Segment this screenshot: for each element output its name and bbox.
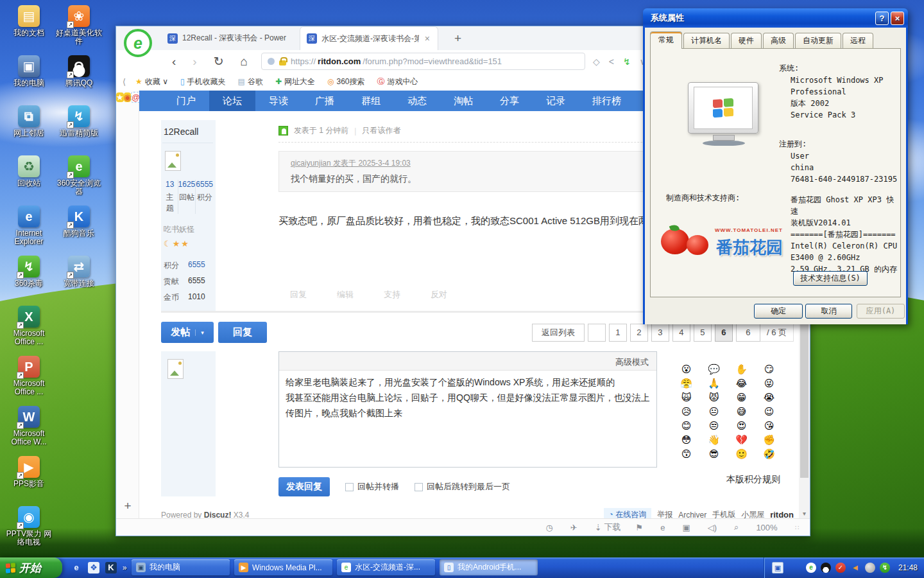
side-panel-icon[interactable]: ◉: [124, 92, 131, 102]
post-action-link[interactable]: 支持: [384, 289, 400, 301]
reply-textarea[interactable]: 给家里老电脑装起来了，用光盘安装了个盗版的Windows XP系统，用起来还挺顺…: [279, 371, 656, 467]
checkbox-broadcast[interactable]: 回帖并转播: [345, 481, 399, 493]
support-info-button[interactable]: 技术支持信息(S): [793, 271, 868, 286]
desktop-icon[interactable]: P↗ Microsoft Office ...: [4, 355, 54, 405]
back-button[interactable]: ‹: [164, 55, 184, 69]
smiley-icon[interactable]: 🙂: [728, 448, 755, 460]
footer-link[interactable]: Archiver: [678, 511, 706, 519]
smiley-icon[interactable]: 💬: [700, 363, 728, 375]
desktop-icon[interactable]: e↗ Internet Explorer: [4, 204, 54, 254]
bookmark-item[interactable]: ▯手机收藏夹: [180, 76, 226, 87]
dialog-title-bar[interactable]: 系统属性 ? ×: [643, 8, 908, 28]
status-bar-icon[interactable]: ◁): [708, 521, 719, 533]
smiley-icon[interactable]: 😳: [672, 434, 700, 446]
browser-tab[interactable]: 深 12Recall - 深夜读书会 - Power: [161, 26, 300, 50]
forum-nav-item[interactable]: 导读: [255, 91, 302, 111]
collapse-sidebar-icon[interactable]: ⟨: [123, 77, 126, 87]
page-number-button[interactable]: 6: [715, 324, 733, 342]
bookmark-item[interactable]: ◎360搜索: [327, 76, 365, 87]
desktop-icon[interactable]: K↗ 酷狗音乐: [54, 204, 104, 254]
new-tab-button[interactable]: +: [447, 26, 469, 50]
only-author-link[interactable]: 只看该作者: [362, 125, 400, 136]
page-number-button[interactable]: 3: [651, 324, 669, 342]
footer-link[interactable]: 举报: [657, 509, 672, 518]
browser-logo-icon[interactable]: e: [124, 29, 152, 57]
new-post-button[interactable]: 发帖▾: [161, 322, 214, 343]
forum-nav-item[interactable]: 动态: [394, 91, 440, 111]
caret-down-icon[interactable]: ▾: [195, 329, 204, 336]
status-bar-icon[interactable]: e: [660, 521, 667, 533]
forum-nav-item[interactable]: 淘帖: [440, 91, 486, 111]
taskbar-task-button[interactable]: ▣ 我的电脑: [132, 559, 230, 575]
post-action-link[interactable]: 编辑: [337, 289, 354, 301]
footer-link[interactable]: ritdon: [770, 510, 794, 518]
dialog-tab[interactable]: 计算机名: [683, 33, 730, 49]
checkbox-icon[interactable]: [345, 483, 354, 491]
side-panel-add-icon[interactable]: +: [116, 499, 139, 513]
back-to-list-button[interactable]: 返回列表: [532, 324, 585, 342]
dialog-tab[interactable]: 硬件: [731, 33, 762, 49]
page-number-button[interactable]: 2: [630, 324, 648, 342]
desktop-icon[interactable]: ◉↗ PPTV聚力 网络电视: [4, 505, 54, 555]
smiley-icon[interactable]: 😏: [755, 363, 783, 375]
desktop-icon[interactable]: ▤↗ 我的文档: [4, 4, 54, 54]
smiley-icon[interactable]: 😘: [755, 419, 783, 432]
desktop-icon[interactable]: ▣↗ 我的电脑: [4, 54, 54, 104]
forum-nav-item[interactable]: 排行榜: [579, 91, 635, 111]
desktop-icon[interactable]: ❀↗ 好桌道美化软件: [54, 4, 104, 54]
checkbox-jump-last[interactable]: 回帖后跳转到最后一页: [415, 481, 510, 493]
author-stat[interactable]: 13 主题: [162, 180, 178, 214]
taskbar-task-button[interactable]: ▯ 我的Android手机...: [440, 559, 538, 575]
field-value[interactable]: 6555: [188, 276, 205, 287]
desktop-icon[interactable]: ♻↗ 回收站: [4, 154, 54, 204]
desktop-icon[interactable]: ↯↗ 迅雷精简版: [54, 104, 104, 154]
share-icon[interactable]: <: [609, 57, 614, 67]
refresh-button[interactable]: ↻: [205, 54, 232, 69]
desktop-icon[interactable]: ▶↗ PPS影音: [4, 455, 54, 505]
quick-launch-icon[interactable]: e: [71, 562, 82, 574]
smiley-icon[interactable]: 😉: [755, 405, 783, 417]
desktop-icon[interactable]: ⧉↗ 网上邻居: [4, 104, 54, 154]
smiley-icon[interactable]: 😥: [672, 405, 700, 417]
desktop-icon[interactable]: Q↗ 腾讯QQ: [54, 54, 104, 104]
ok-button[interactable]: 确定: [754, 304, 803, 319]
smiley-icon[interactable]: 😒: [700, 419, 728, 432]
page-number-button[interactable]: 4: [672, 324, 690, 342]
smiley-icon[interactable]: 😐: [700, 405, 728, 417]
forum-nav-item[interactable]: 分享: [486, 91, 533, 111]
dialog-help-button[interactable]: ?: [875, 12, 889, 25]
tray-icon[interactable]: [865, 563, 875, 573]
smiley-icon[interactable]: ✊: [755, 434, 783, 446]
advanced-mode-link[interactable]: 高级模式: [615, 356, 649, 368]
taskbar-task-button[interactable]: e 水区-交流频道-深...: [337, 559, 435, 575]
forward-button[interactable]: ›: [184, 55, 205, 69]
home-button[interactable]: ⌂: [232, 55, 256, 69]
smiley-icon[interactable]: 😅: [728, 405, 755, 417]
smiley-icon[interactable]: 😤: [672, 377, 700, 389]
tray-icon[interactable]: ✓: [835, 563, 846, 573]
quick-launch-icon[interactable]: ❖: [88, 562, 99, 574]
smiley-icon[interactable]: 😍: [728, 419, 755, 432]
side-panel-icon[interactable]: ★: [116, 92, 124, 102]
smiley-icon[interactable]: 🙀: [672, 391, 700, 403]
smiley-icon[interactable]: ✋: [728, 363, 755, 375]
footer-link[interactable]: 在线咨询: [604, 508, 652, 518]
post-action-link[interactable]: 反对: [431, 289, 447, 301]
dialog-close-button[interactable]: ×: [891, 12, 904, 25]
forum-nav-item[interactable]: 广播: [302, 91, 348, 111]
tray-icon[interactable]: ◀: [850, 563, 860, 573]
smiley-icon[interactable]: 😜: [755, 377, 783, 389]
status-bar-icon[interactable]: ✈: [570, 521, 580, 533]
smiley-icon[interactable]: 😙: [672, 448, 700, 460]
bookmark-item[interactable]: ★收藏 ∨: [135, 76, 168, 87]
forum-nav-item[interactable]: 论坛: [209, 91, 255, 111]
reply-button[interactable]: 回复: [218, 322, 267, 343]
dialog-tab[interactable]: 自动更新: [795, 33, 841, 49]
dialog-tab[interactable]: 高级: [763, 33, 794, 49]
submit-reply-button[interactable]: 发表回复: [278, 477, 330, 496]
speed-mode-icon[interactable]: ↯: [623, 57, 631, 67]
bookmark-item[interactable]: ✚网址大全: [275, 76, 315, 87]
smiley-icon[interactable]: 😁: [728, 391, 755, 403]
smiley-icon[interactable]: 🤣: [755, 448, 783, 460]
smiley-icon[interactable]: 😾: [700, 391, 728, 403]
